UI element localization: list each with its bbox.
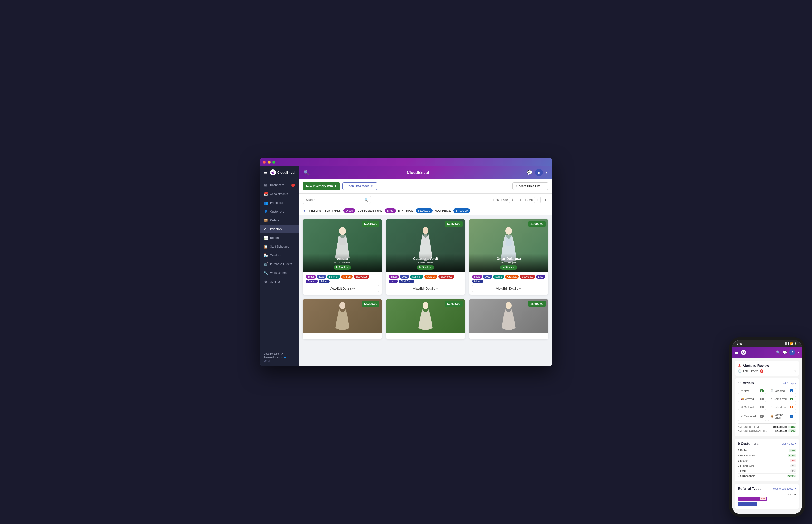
product-footer-5: [469, 333, 548, 339]
work-orders-icon: 🔧: [264, 271, 268, 275]
sidebar-item-inventory[interactable]: 🗂 Inventory: [260, 225, 299, 233]
tag-style-1: Sleeveless: [438, 275, 454, 279]
order-stat-onhold[interactable]: ⊘ On Hold 0: [738, 404, 766, 410]
mother-pct: -5%: [790, 459, 796, 462]
sidebar-item-appointments[interactable]: 📅 Appointments: [260, 190, 299, 198]
documentation-link[interactable]: Documentation ↗: [264, 353, 295, 355]
orders-stats-grid: ✏ New 2 📋 Ordered 3 🚚 Arri: [738, 388, 796, 421]
prev-page-button[interactable]: ‹: [517, 197, 523, 203]
view-details-button-1[interactable]: View/Edit Details ✏: [389, 285, 462, 293]
header-search-button[interactable]: 🔍: [304, 170, 309, 175]
release-notes-link[interactable]: Release Notes ↗: [264, 356, 295, 359]
customer-row-quinceanera: 2 Quinceañera +100%: [738, 474, 796, 478]
open-data-mode-button[interactable]: Open Data Mode ⊞: [343, 182, 377, 190]
max-price-value[interactable]: $7,000.00: [453, 208, 470, 213]
inventory-toolbar: New Inventory Item + Open Data Mode ⊞ Up…: [299, 179, 552, 194]
customer-type-label: CUSTOMER TYPE: [358, 209, 382, 212]
orders-filter[interactable]: Last 7 Days ▾: [781, 382, 796, 384]
update-dot: [284, 357, 286, 358]
first-page-button[interactable]: ⟪: [509, 197, 515, 203]
prom-label: 0 Prom: [738, 470, 746, 472]
sidebar-item-staff-schedule[interactable]: 📋 Staff Schedule: [260, 242, 299, 251]
referral-bar-row: Friend -50%: [738, 493, 796, 506]
sidebar-item-settings[interactable]: ⚙ Settings: [260, 277, 299, 286]
sidebar-item-customers[interactable]: 👤 Customers: [260, 207, 299, 216]
appointments-icon: 📅: [264, 192, 268, 196]
bridesmaids-pct: +18%: [788, 454, 796, 457]
sidebar-item-dashboard[interactable]: ⊞ Dashboard 1: [260, 181, 299, 190]
x-icon: ✕: [741, 415, 743, 418]
customers-filter[interactable]: Last 7 Days ▾: [781, 442, 796, 445]
product-footer-2: Bridal 2022 Spring Organza Sleeveless La…: [469, 273, 548, 295]
last-page-button[interactable]: ⟫: [542, 197, 548, 203]
sidebar-item-purchase-orders[interactable]: 🛒 Purchase Orders: [260, 260, 299, 268]
phone-search-icon[interactable]: 🔍: [776, 350, 780, 354]
header-title: CloudBridal: [313, 170, 523, 175]
order-stat-cancelled[interactable]: ✕ Cancelled 0: [738, 412, 766, 421]
sidebar-item-orders[interactable]: 📦 Orders: [260, 216, 299, 225]
header-avatar[interactable]: B: [535, 169, 543, 177]
sidebar-item-vendors[interactable]: 🏪 Vendors: [260, 251, 299, 260]
order-stat-arrived[interactable]: 🚚 Arrived 0: [738, 396, 766, 402]
order-offshelf-count: 3: [790, 415, 793, 418]
phone-hamburger[interactable]: ☰: [735, 350, 738, 354]
referral-section-header: Referral Types Year to Date (2022) ▾: [738, 487, 796, 491]
tag-row-1: Bridal 2022 Summer Organza Sleeveless La…: [389, 275, 462, 283]
order-stat-ordered[interactable]: 📋 Ordered 3: [768, 388, 796, 394]
tag-year-0: 2022: [317, 275, 326, 279]
phone-frame: 9:41 ▐▐▐ 📶 🔋 ☰ 🔍 💬 B ▾: [729, 337, 805, 517]
amount-received-pct: +25%: [789, 426, 796, 428]
brides-pct: +5%: [789, 449, 796, 452]
order-completed-label: ✓ Completed: [770, 397, 786, 400]
stock-label-0: In Stock: [336, 266, 346, 269]
new-inventory-button[interactable]: New Inventory Item +: [303, 182, 340, 190]
item-types-value[interactable]: Dress: [343, 208, 355, 213]
next-page-button[interactable]: ›: [534, 197, 541, 203]
phone-avatar[interactable]: B: [789, 349, 795, 355]
view-details-button-0[interactable]: View/Edit Details ✏: [305, 285, 379, 293]
min-price-value[interactable]: $1,000.00: [416, 208, 433, 213]
chevron-down-icon[interactable]: ▾: [794, 370, 796, 373]
tag-bridal-1: Bridal: [389, 275, 399, 279]
clock-icon: 🕐: [738, 370, 742, 373]
sidebar-item-work-orders[interactable]: 🔧 Work Orders: [260, 268, 299, 277]
phone-dropdown-icon[interactable]: ▾: [798, 351, 799, 354]
order-stat-completed[interactable]: ✓ Completed 2: [768, 396, 796, 402]
sidebar-item-label: Dashboard: [270, 183, 284, 187]
order-stat-new[interactable]: ✏ New 2: [738, 388, 766, 394]
phone-topbar-icons: 🔍 💬 B ▾: [776, 349, 799, 355]
phone-chat-icon[interactable]: 💬: [783, 350, 787, 354]
product-style-1: 2370a Leana: [418, 261, 433, 264]
referral-bar-purple: -50%: [738, 497, 767, 501]
box-icon: 📦: [770, 415, 774, 418]
maximize-button[interactable]: [272, 161, 276, 164]
search-input[interactable]: [303, 196, 371, 204]
order-offshelf-label: 📦 Off-the-shelf: [770, 413, 790, 419]
sidebar-nav: ⊞ Dashboard 1 📅 Appointments 👥 Prospects…: [260, 179, 299, 349]
close-button[interactable]: [263, 161, 266, 164]
customer-type-value[interactable]: Bride: [385, 208, 396, 213]
order-stat-pickedup[interactable]: ✓ Picked Up 1: [768, 404, 796, 410]
sidebar-item-prospects[interactable]: 👥 Prospects: [260, 198, 299, 207]
bridesmaids-label: 3 Bridesmaids: [738, 454, 755, 457]
referral-filter[interactable]: Year to Date (2022) ▾: [773, 488, 796, 490]
header-dropdown-button[interactable]: ▾: [546, 171, 547, 174]
minimize-button[interactable]: [268, 161, 270, 164]
prom-pct: 0%: [790, 470, 796, 472]
update-price-list-button[interactable]: Update Price List ☰: [513, 182, 548, 190]
sidebar-item-reports[interactable]: 📊 Reports: [260, 233, 299, 242]
hamburger-icon[interactable]: ☰: [264, 170, 267, 175]
view-details-button-2[interactable]: View/Edit Details ✏: [472, 285, 545, 293]
phone-logo: [741, 350, 746, 355]
tag-silhouette-0: A-Line: [319, 280, 330, 283]
tag-lace-2: Lace: [536, 275, 545, 279]
order-onhold-label: ⊘ On Hold: [741, 405, 754, 408]
item-types-label: ITEM TYPES: [324, 209, 341, 212]
order-stat-offshelf[interactable]: 📦 Off-the-shelf 3: [768, 412, 796, 421]
customers-icon: 👤: [264, 210, 268, 213]
phone-statusbar: 9:41 ▐▐▐ 📶 🔋: [732, 340, 802, 347]
orders-icon: 📦: [264, 218, 268, 222]
header-chat-button[interactable]: 💬: [527, 170, 532, 175]
top-header: 🔍 CloudBridal 💬 B ▾: [299, 166, 552, 179]
wifi-icon: 📶: [790, 342, 793, 345]
